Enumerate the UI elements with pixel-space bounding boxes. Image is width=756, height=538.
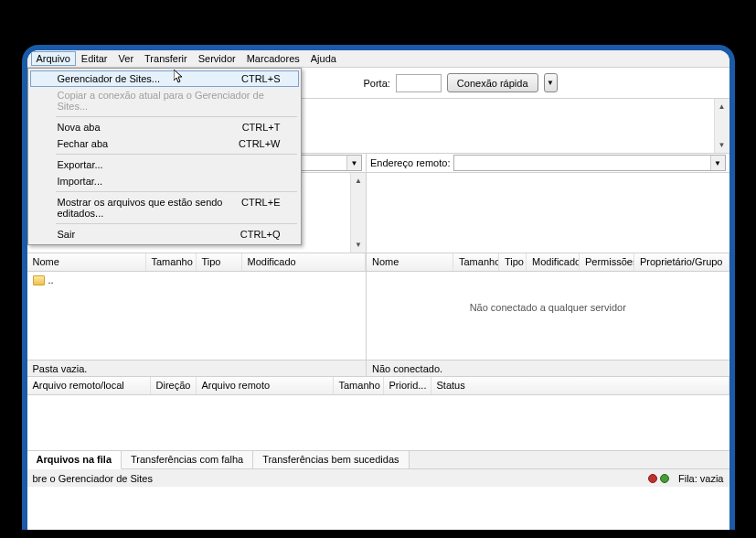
queue-status: Fila: vazia <box>678 473 724 484</box>
arquivo-dropdown: Gerenciador de Sites... CTRL+S Copiar a … <box>27 68 302 245</box>
remote-list-body[interactable]: Não conectado a qualquer servidor <box>367 272 729 360</box>
activity-dot-send <box>660 474 669 483</box>
remote-list-header: Nome Tamanho Tipo Modificado Permissões … <box>367 253 729 272</box>
queue-tabs: Arquivos na fila Transferências com falh… <box>27 450 729 468</box>
scroll-up-icon[interactable]: ▲ <box>351 173 366 188</box>
scroll-down-icon[interactable]: ▼ <box>351 237 366 253</box>
menu-site-manager[interactable]: Gerenciador de Sites... CTRL+S <box>30 70 299 87</box>
menu-export[interactable]: Exportar... <box>30 156 299 173</box>
remote-empty-message: Não conectado a qualquer servidor <box>372 274 724 313</box>
menu-show-editing[interactable]: Mostrar os arquivos que estão sendo edit… <box>30 194 299 221</box>
col-owner[interactable]: Proprietário/Grupo <box>634 253 729 271</box>
col-type[interactable]: Tipo <box>499 253 527 271</box>
menu-ajuda[interactable]: Ajuda <box>305 51 342 66</box>
menu-item-label: Nova aba <box>58 122 101 133</box>
col-modified[interactable]: Modificado <box>242 253 367 271</box>
tab-failed[interactable]: Transferências com falha <box>122 451 253 468</box>
queue-body[interactable] <box>27 395 729 450</box>
status-hint: bre o Gerenciador de Sites <box>33 473 153 484</box>
menu-item-label: Fechar aba <box>58 138 109 149</box>
parent-dir-row[interactable]: .. <box>33 274 361 285</box>
remote-addr-label: Endereço remoto: <box>370 157 450 168</box>
chevron-down-icon: ▼ <box>710 156 725 170</box>
menu-item-label: Mostrar os arquivos que estão sendo edit… <box>58 197 242 219</box>
chevron-down-icon: ▼ <box>346 156 361 170</box>
port-input[interactable] <box>396 74 442 92</box>
remote-path-row: Endereço remoto: ▼ <box>367 154 729 173</box>
quickconnect-dropdown[interactable]: ▼ <box>544 73 558 92</box>
local-list-body[interactable]: .. <box>27 272 367 360</box>
menu-ver[interactable]: Ver <box>113 51 140 66</box>
menu-item-label: Copiar a conexão atual para o Gerenciado… <box>58 90 281 112</box>
menu-item-accel: CTRL+S <box>241 73 281 84</box>
activity-indicators <box>648 474 669 483</box>
menu-item-accel: CTRL+E <box>241 197 281 219</box>
menu-item-label: Sair <box>58 229 76 240</box>
col-remote-file[interactable]: Arquivo remoto <box>197 377 334 394</box>
menu-bar: Arquivo Editar Ver Transferir Servidor M… <box>27 50 729 68</box>
col-name[interactable]: Nome <box>367 253 453 271</box>
col-file[interactable]: Arquivo remoto/local <box>27 377 151 394</box>
col-priority[interactable]: Priorid... <box>384 377 431 394</box>
menu-item-label: Exportar... <box>58 159 103 170</box>
col-direction[interactable]: Direção <box>151 377 197 394</box>
tab-queued[interactable]: Arquivos na fila <box>27 451 122 469</box>
remote-status: Não conectado. <box>367 360 729 377</box>
queue-header: Arquivo remoto/local Direção Arquivo rem… <box>27 377 729 395</box>
tree-scrollbar[interactable]: ▲ ▼ <box>350 173 366 253</box>
col-size[interactable]: Tamanho <box>146 253 197 271</box>
remote-pane: Endereço remoto: ▼ Nome Tamanho Tipo Mod… <box>367 154 729 377</box>
col-type[interactable]: Tipo <box>197 253 242 271</box>
scroll-up-icon[interactable]: ▲ <box>715 99 729 114</box>
menu-marcadores[interactable]: Marcadores <box>241 51 305 66</box>
local-status: Pasta vazia. <box>27 360 367 377</box>
menu-exit[interactable]: Sair CTRL+Q <box>30 226 299 242</box>
menu-item-accel: CTRL+Q <box>240 229 281 240</box>
menu-servidor[interactable]: Servidor <box>193 51 241 66</box>
filezilla-window: Arquivo Editar Ver Transferir Servidor M… <box>22 45 735 530</box>
scroll-down-icon[interactable]: ▼ <box>715 137 729 153</box>
port-label: Porta: <box>364 78 390 89</box>
quickconnect-button[interactable]: Conexão rápida <box>447 73 538 92</box>
menu-transferir[interactable]: Transferir <box>139 51 193 66</box>
menu-item-label: Gerenciador de Sites... <box>58 73 161 84</box>
tab-success[interactable]: Transferências bem sucedidas <box>253 451 409 468</box>
menu-import[interactable]: Importar... <box>30 173 299 189</box>
activity-dot-receive <box>648 474 657 483</box>
col-name[interactable]: Nome <box>27 253 146 271</box>
status-bar: bre o Gerenciador de Sites Fila: vazia <box>27 468 729 487</box>
menu-close-tab[interactable]: Fechar aba CTRL+W <box>30 135 299 152</box>
parent-dir-label: .. <box>48 274 54 285</box>
remote-tree[interactable] <box>367 173 729 253</box>
menu-item-accel: CTRL+T <box>242 122 281 133</box>
col-modified[interactable]: Modificado <box>527 253 580 271</box>
remote-path-combo[interactable]: ▼ <box>453 155 725 171</box>
log-scrollbar[interactable]: ▲ ▼ <box>714 99 729 153</box>
menu-arquivo[interactable]: Arquivo <box>31 51 76 66</box>
menu-editar[interactable]: Editar <box>76 51 113 66</box>
local-list-header: Nome Tamanho Tipo Modificado <box>27 253 367 272</box>
col-status[interactable]: Status <box>431 377 729 394</box>
menu-copy-connection: Copiar a conexão atual para o Gerenciado… <box>30 87 299 114</box>
col-size[interactable]: Tamanho <box>334 377 384 394</box>
folder-up-icon <box>33 275 45 285</box>
menu-new-tab[interactable]: Nova aba CTRL+T <box>30 119 299 135</box>
menu-item-accel: CTRL+W <box>239 138 281 149</box>
col-size[interactable]: Tamanho <box>453 253 499 271</box>
col-permissions[interactable]: Permissões <box>580 253 634 271</box>
menu-item-label: Importar... <box>58 176 103 187</box>
